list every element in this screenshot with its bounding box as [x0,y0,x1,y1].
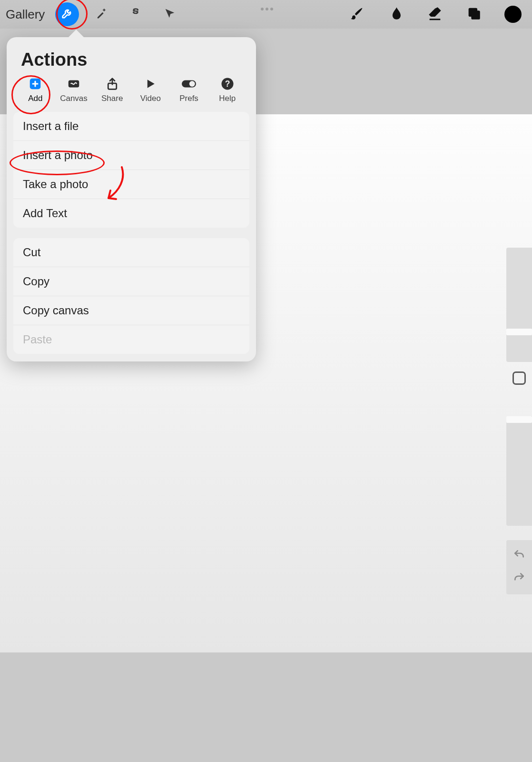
top-toolbar: Gallery [0,0,532,29]
redo-button[interactable] [513,572,525,586]
modify-picker-button[interactable] [512,371,526,385]
actions-menu-list: Insert a file Insert a photo Take a phot… [7,112,256,354]
tab-label: Help [219,94,236,103]
menu-insert-file[interactable]: Insert a file [13,112,249,140]
tab-label: Canvas [60,94,88,103]
color-swatch-button[interactable] [504,6,522,23]
cursor-arrow-icon [163,7,177,22]
menu-group-insert: Insert a file Insert a photo Take a phot… [13,112,249,228]
wrench-icon [60,7,74,22]
toolbar-right-group [348,6,526,23]
tab-label: Share [101,94,123,103]
tab-label: Prefs [179,94,198,103]
tab-share[interactable]: Share [93,77,131,103]
brush-opacity-slider[interactable] [506,416,532,526]
canvas-icon [67,77,81,91]
slider-thumb[interactable] [506,329,532,335]
add-icon [28,77,42,91]
menu-cut[interactable]: Cut [13,238,249,267]
tab-label: Video [140,94,161,103]
menu-copy[interactable]: Copy [13,267,249,296]
right-sidebar [506,248,532,594]
selection-icon [129,7,142,22]
smudge-icon [388,5,404,23]
tab-video[interactable]: Video [131,77,170,103]
eraser-tool-button[interactable] [426,6,443,23]
brush-size-slider[interactable] [506,248,532,362]
help-icon: ? [220,77,235,91]
menu-group-clipboard: Cut Copy Copy canvas Paste [13,238,249,354]
selection-s-button[interactable] [124,2,148,26]
svg-text:?: ? [225,79,230,89]
adjustments-wand-button[interactable] [89,2,113,26]
share-icon [105,77,119,91]
undo-button[interactable] [513,549,525,563]
brush-tool-button[interactable] [348,6,365,23]
undo-redo-group [506,540,532,594]
toolbar-left-group: Gallery [6,2,182,26]
menu-paste: Paste [13,325,249,354]
tab-prefs[interactable]: Prefs [170,77,208,103]
smudge-tool-button[interactable] [387,6,404,23]
slider-thumb[interactable] [506,416,532,423]
tab-label: Add [28,94,42,103]
actions-popover: Actions Add Canvas Share Video [7,37,256,361]
toggle-icon [182,77,196,91]
tab-canvas[interactable]: Canvas [55,77,93,103]
svg-rect-1 [471,10,480,19]
tab-add[interactable]: Add [16,77,55,103]
tab-help[interactable]: ? Help [208,77,246,103]
brush-icon [349,5,365,23]
eraser-icon [427,5,443,23]
layers-icon [466,5,482,23]
gallery-button[interactable]: Gallery [6,7,45,22]
menu-take-photo[interactable]: Take a photo [13,170,249,199]
layers-button[interactable] [465,6,483,23]
menu-insert-photo[interactable]: Insert a photo [13,140,249,170]
popover-title: Actions [7,37,256,75]
modify-indicator [261,8,273,10]
menu-add-text[interactable]: Add Text [13,199,249,228]
actions-wrench-button[interactable] [55,2,79,26]
transform-arrow-button[interactable] [158,2,182,26]
actions-tab-row: Add Canvas Share Video Prefs [7,75,256,112]
wand-icon [95,7,108,22]
svg-point-6 [189,81,195,87]
play-icon [143,77,158,91]
menu-copy-canvas[interactable]: Copy canvas [13,296,249,325]
